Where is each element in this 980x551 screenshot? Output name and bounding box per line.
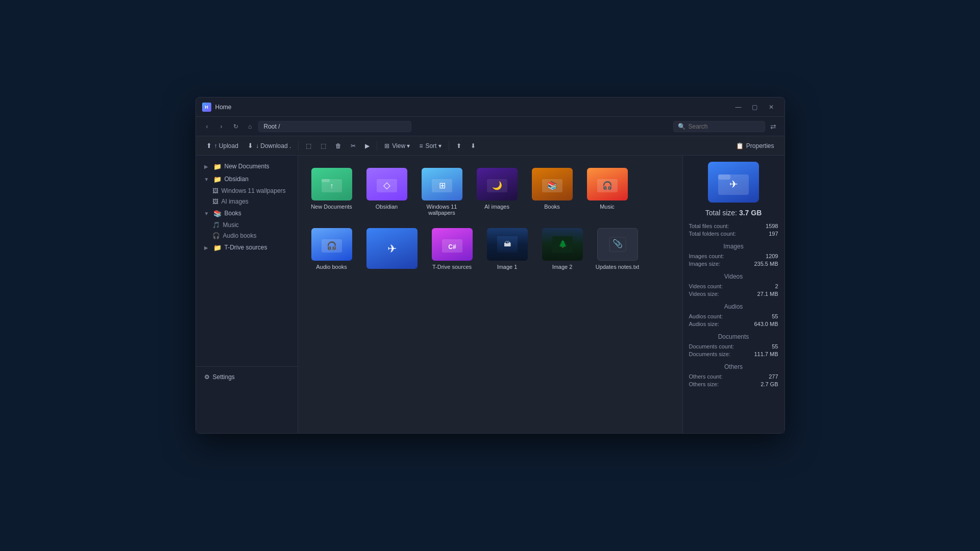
svg-rect-25 [718, 174, 730, 180]
panel-total-files-label: Total files count: [689, 223, 729, 229]
panel-videos-size-value: 27.1 MB [757, 291, 778, 297]
panel-images-size-value: 235.5 MB [754, 261, 778, 267]
svg-text:🎧: 🎧 [327, 241, 337, 251]
svg-text:🎧: 🎧 [602, 181, 612, 190]
file-item-image2[interactable]: 🌲 Image 2 [537, 224, 588, 276]
file-item-obsidian[interactable]: ◇ Obsidian [361, 164, 412, 220]
toolbar-separator-1 [298, 141, 299, 151]
panel-total-size-value: 3.7 GB [739, 209, 762, 217]
paste-button[interactable]: ⬚ [316, 139, 330, 153]
settings-button[interactable]: ⚙ Settings [198, 371, 296, 383]
panel-others-size-row: Others size: 2.7 GB [689, 381, 778, 387]
maximize-button[interactable]: ▢ [748, 101, 762, 113]
search-input[interactable] [689, 123, 761, 130]
sidebar-item-obsidian[interactable]: ▼ 📁 Obsidian [198, 173, 296, 185]
sort-icon: ≡ [419, 142, 423, 149]
copy-button[interactable]: ⬚ [302, 139, 315, 153]
svg-text:◇: ◇ [383, 180, 390, 190]
file-label-obsidian: Obsidian [376, 204, 398, 210]
file-item-image1[interactable]: 🏔 Image 1 [482, 224, 533, 276]
panel-audios-title: Audios [689, 303, 778, 310]
minimize-button[interactable]: — [731, 101, 746, 113]
panel-audios-size-row: Audios size: 643.0 MB [689, 321, 778, 327]
sidebar-item-music[interactable]: 🎵 Music [208, 220, 296, 230]
panel-documents-size-value: 111.7 MB [754, 351, 778, 357]
sidebar-item-ai-images[interactable]: 🖼 AI images [208, 196, 296, 207]
search-icon: 🔍 [678, 123, 685, 130]
panel-videos-size-row: Videos size: 27.1 MB [689, 291, 778, 297]
folder-icon-t-drive: C# [432, 228, 473, 261]
panel-videos-count-value: 2 [775, 283, 778, 289]
panel-others-count-value: 277 [769, 373, 778, 380]
sidebar-item-books[interactable]: ▼ 📚 Books [198, 207, 296, 219]
file-item-books[interactable]: 📚 Books [527, 164, 578, 220]
file-item-telegram[interactable]: ✈ [361, 224, 423, 276]
svg-text:✈: ✈ [729, 179, 738, 190]
back-button[interactable]: ‹ [201, 120, 213, 133]
panel-images-size-row: Images size: 235.5 MB [689, 261, 778, 267]
folder-icon-music: 🎧 [587, 168, 628, 201]
folder-icon-telegram: ✈ [366, 228, 418, 269]
file-item-ai-images[interactable]: 🌙 AI images [472, 164, 523, 220]
upload-icon-button[interactable]: ⬆ [452, 139, 465, 153]
rename-icon: ▶ [365, 142, 370, 149]
panel-counts-section: Total files count: 1598 Total folders co… [689, 223, 778, 237]
download-icon-button[interactable]: ⬇ [467, 139, 480, 153]
panel-images-size-label: Images size: [689, 261, 721, 267]
panel-documents-section: Documents Documents count: 55 Documents … [689, 333, 778, 357]
cut-button[interactable]: ✂ [347, 139, 360, 153]
folder-icon-image1: 🏔 [487, 228, 528, 261]
toolbar-right: 📋 Properties [732, 139, 778, 153]
upload-button[interactable]: ⬆ ↑ Upload [202, 139, 242, 153]
svg-text:🌙: 🌙 [492, 181, 502, 190]
sort-button[interactable]: ≡ Sort ▾ [415, 139, 445, 153]
home-button[interactable]: ⌂ [244, 120, 256, 133]
view-button[interactable]: ⊞ View ▾ [380, 139, 414, 153]
breadcrumb[interactable]: Root / [258, 121, 411, 132]
books-children: 🎵 Music 🎧 Audio books [196, 220, 298, 241]
toolbar-separator-3 [449, 141, 449, 151]
download-button[interactable]: ⬇ ↓ Download . [243, 139, 295, 153]
sidebar-label-audio-books: Audio books [223, 232, 257, 239]
file-label-win-wallpapers: Windows 11 wallpapers [420, 204, 464, 216]
file-item-updates-notes[interactable]: 📎 Updates notes.txt [592, 224, 643, 276]
sidebar-item-t-drive[interactable]: ▶ 📁 T-Drive sources [198, 241, 296, 254]
folder-icon: 📁 [213, 162, 222, 170]
refresh-button[interactable]: ↻ [230, 120, 242, 133]
sidebar-item-audio-books[interactable]: 🎧 Audio books [208, 231, 296, 241]
download-label: ↓ Download . [256, 142, 291, 149]
obsidian-children: 🖼 Windows 11 wallpapers 🖼 AI images [196, 186, 298, 207]
properties-button[interactable]: 📋 Properties [732, 139, 778, 153]
download-icon: ⬇ [248, 142, 253, 149]
sidebar-label-books: Books [225, 210, 241, 217]
sidebar-label-new-documents: New Documents [225, 163, 270, 170]
chevron-icon-tdrive: ▶ [204, 245, 210, 251]
close-button[interactable]: ✕ [764, 101, 778, 113]
delete-icon: 🗑 [335, 142, 341, 149]
file-item-music[interactable]: 🎧 Music [582, 164, 633, 220]
file-item-new-documents[interactable]: ↑ New Documents [306, 164, 357, 220]
folder-icon-win-wallpapers: ⊞ [422, 168, 462, 201]
file-item-win-wallpapers[interactable]: ⊞ Windows 11 wallpapers [416, 164, 468, 220]
file-area: ↑ New Documents ◇ Obsidian [298, 156, 682, 433]
sidebar-item-windows-wallpapers[interactable]: 🖼 Windows 11 wallpapers [208, 186, 296, 196]
sidebar-item-new-documents[interactable]: ▶ 📁 New Documents [198, 160, 296, 172]
rename-button[interactable]: ▶ [361, 139, 374, 153]
main-window: H Home — ▢ ✕ ‹ › ↻ ⌂ Root / 🔍 ⇄ ⬆ ↑ Uplo… [195, 97, 785, 434]
sidebar-label-obsidian: Obsidian [225, 176, 249, 183]
filter-button[interactable]: ⇄ [767, 120, 779, 133]
panel-audios-section: Audios Audios count: 55 Audios size: 643… [689, 303, 778, 327]
copy-icon: ⬚ [306, 142, 311, 149]
file-item-t-drive[interactable]: C# T-Drive sources [427, 224, 478, 276]
file-item-audio-books[interactable]: 🎧 Audio books [306, 224, 357, 276]
folder-icon-ai-images: 🌙 [477, 168, 518, 201]
tdrive-icon: 📁 [213, 243, 222, 252]
panel-videos-count-label: Videos count: [689, 283, 723, 289]
panel-others-size-label: Others size: [689, 381, 719, 387]
forward-button[interactable]: › [215, 120, 228, 133]
delete-button[interactable]: 🗑 [331, 139, 346, 153]
window-controls: — ▢ ✕ [731, 101, 778, 113]
search-box[interactable]: 🔍 [673, 121, 765, 132]
sidebar-label-tdrive: T-Drive sources [225, 244, 267, 251]
file-grid: ↑ New Documents ◇ Obsidian [306, 164, 674, 276]
